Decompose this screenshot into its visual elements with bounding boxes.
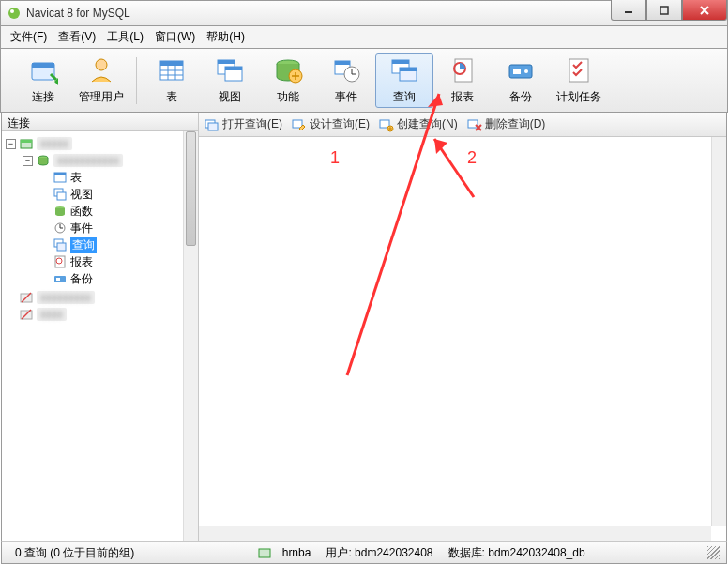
- toolbar-function[interactable]: 功能: [259, 53, 317, 108]
- toolbar-schedule[interactable]: 计划任务: [550, 53, 608, 108]
- close-button[interactable]: [682, 0, 727, 21]
- database-icon: [36, 153, 51, 168]
- menu-view[interactable]: 查看(V): [53, 26, 101, 48]
- toolbar-schedule-label: 计划任务: [556, 89, 601, 105]
- toolbar-connect-label: 连接: [32, 89, 54, 105]
- connection-off-icon: [19, 307, 34, 322]
- svg-rect-41: [54, 173, 66, 175]
- connection-3-name: xxxx: [37, 308, 67, 321]
- toolbar-report[interactable]: 报表: [433, 53, 492, 108]
- toolbar-separator: [136, 57, 137, 104]
- delete-query-button[interactable]: 删除查询(D): [467, 116, 546, 132]
- tree-connection[interactable]: − xxxxx: [6, 135, 194, 152]
- menu-tools[interactable]: 工具(L): [101, 26, 149, 48]
- delete-icon: [467, 117, 482, 132]
- tree-events-label: 事件: [70, 221, 93, 236]
- report-icon: [447, 55, 478, 85]
- menu-help[interactable]: 帮助(H): [201, 26, 250, 48]
- svg-rect-53: [56, 278, 60, 281]
- create-query-button[interactable]: 创建查询(N): [379, 116, 458, 132]
- create-icon: [379, 117, 394, 132]
- toolbar-table[interactable]: 表: [143, 53, 201, 108]
- tree-backups-label: 备份: [70, 271, 93, 287]
- toolbar-backup-label: 备份: [509, 89, 532, 105]
- tree-connection-2[interactable]: xxxxxxxxx: [6, 289, 194, 306]
- vertical-scrollbar[interactable]: [711, 137, 726, 526]
- query-list: [199, 137, 726, 541]
- status-conn-icon: [257, 545, 272, 560]
- connection-name: xxxxx: [37, 137, 72, 150]
- tree-reports[interactable]: 报表: [39, 253, 194, 270]
- event-icon: [53, 221, 68, 236]
- svg-rect-19: [225, 67, 242, 70]
- toolbar-connect[interactable]: 连接: [14, 53, 72, 108]
- maximize-button[interactable]: [646, 0, 682, 21]
- tree-views-label: 视图: [70, 187, 93, 203]
- svg-rect-17: [218, 60, 235, 64]
- open-query-button[interactable]: 打开查询(E): [205, 116, 282, 132]
- minimize-button[interactable]: [611, 0, 646, 21]
- svg-rect-23: [335, 61, 350, 65]
- status-left: 0 查询 (0 位于目前的组): [8, 545, 142, 561]
- menubar: 文件(F) 查看(V) 工具(L) 窗口(W) 帮助(H): [0, 26, 728, 49]
- menu-file[interactable]: 文件(F): [5, 26, 53, 48]
- database-name: xxxxxxxxxxx: [53, 154, 123, 167]
- tree-tables[interactable]: 表: [39, 169, 194, 186]
- toolbar-function-label: 功能: [277, 89, 299, 105]
- svg-rect-30: [400, 68, 417, 71]
- sidebar-scrollbar[interactable]: [183, 131, 198, 541]
- toolbar-users[interactable]: 管理用户: [72, 53, 130, 108]
- window-titlebar: Navicat 8 for MySQL: [0, 0, 728, 26]
- status-connection: hrnba: [275, 546, 319, 559]
- tree-views[interactable]: 视图: [39, 186, 194, 203]
- tree-functions[interactable]: 函数: [39, 203, 194, 220]
- svg-rect-7: [32, 63, 54, 68]
- toolbar-view[interactable]: 视图: [201, 53, 259, 108]
- function-icon: [53, 204, 68, 219]
- tree-connection-3[interactable]: xxxx: [6, 306, 194, 323]
- svg-rect-49: [57, 243, 66, 251]
- svg-rect-68: [259, 549, 270, 557]
- backup-icon: [506, 55, 536, 85]
- design-icon: [292, 117, 307, 132]
- svg-rect-43: [57, 192, 66, 200]
- function-icon: [273, 55, 303, 85]
- toolbar-users-label: 管理用户: [79, 89, 124, 105]
- svg-point-35: [524, 69, 528, 73]
- query-icon: [53, 237, 68, 252]
- design-query-button[interactable]: 设计查询(E): [292, 116, 370, 132]
- tree-database[interactable]: − xxxxxxxxxxx: [23, 152, 194, 169]
- tree-queries[interactable]: 查询: [39, 236, 194, 253]
- toolbar-query[interactable]: 查询: [375, 53, 433, 108]
- toolbar-report-label: 报表: [451, 89, 474, 105]
- tree-events[interactable]: 事件: [39, 220, 194, 236]
- status-database: 数据库: bdm242032408_db: [441, 545, 593, 561]
- statusbar: 0 查询 (0 位于目前的组) hrnba 用户: bdm242032408 数…: [1, 541, 727, 564]
- sidebar-header: 连接: [2, 113, 199, 131]
- tree-functions-label: 函数: [70, 204, 93, 220]
- view-icon: [53, 187, 68, 202]
- toolbar-backup[interactable]: 备份: [492, 53, 550, 108]
- collapse-icon[interactable]: −: [6, 139, 16, 149]
- collapse-icon[interactable]: −: [23, 156, 33, 166]
- resize-grip[interactable]: [707, 546, 720, 559]
- toolbar-table-label: 表: [166, 89, 177, 105]
- view-icon: [215, 55, 245, 85]
- svg-point-0: [8, 8, 20, 19]
- horizontal-scrollbar[interactable]: [199, 526, 711, 541]
- content-area: 打开查询(E) 设计查询(E) 创建查询(N) 删除查询(D): [199, 113, 726, 541]
- app-icon: [7, 6, 22, 21]
- tree-queries-label: 查询: [70, 237, 97, 253]
- window-title: Navicat 8 for MySQL: [26, 7, 130, 20]
- svg-rect-28: [392, 60, 409, 64]
- tree-reports-label: 报表: [70, 254, 93, 270]
- toolbar-event[interactable]: 事件: [317, 53, 375, 108]
- schedule-icon: [564, 55, 594, 85]
- toolbar-query-label: 查询: [393, 89, 416, 105]
- menu-window[interactable]: 窗口(W): [149, 26, 201, 48]
- tree-backups[interactable]: 备份: [39, 270, 194, 287]
- svg-rect-3: [660, 7, 668, 14]
- open-icon: [205, 117, 220, 132]
- create-query-label: 创建查询(N): [397, 116, 458, 132]
- main-area: 连接 − xxxxx − xxxxxxxxxxx 表 视图 函数 事件 查询: [1, 113, 727, 541]
